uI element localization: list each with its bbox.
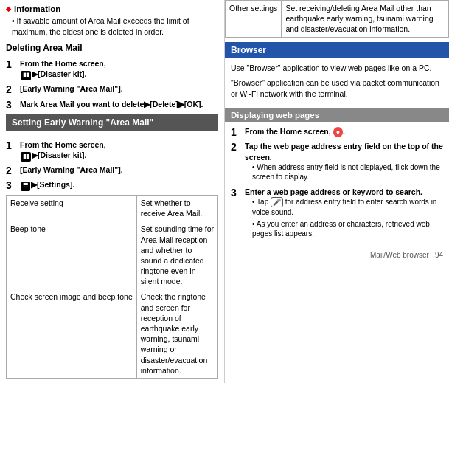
other-table-desc: Set receiving/deleting Area Mail other t… (282, 1, 449, 38)
browser-intro-1: Use "Browser" application to view web pa… (231, 63, 443, 74)
deleting-step-1: 1 From the Home screen, ▮▮▶[Disaster kit… (6, 58, 218, 80)
deleting-step-3: 3 Mark Area Mail you want to delete▶[Del… (6, 99, 218, 111)
table-cell-desc: Check the ringtone and screen for recept… (136, 289, 217, 378)
mic-icon: 🎤 (271, 197, 283, 207)
browser-heading: Browser (225, 42, 449, 58)
footer-label: Mail/Web browser (370, 251, 429, 259)
table-row: Other settingsSet receiving/deleting Are… (226, 1, 449, 38)
right-column: Other settingsSet receiving/deleting Are… (225, 0, 449, 383)
deleting-heading: Deleting Area Mail (6, 43, 218, 55)
diamond-icon: ◆ (6, 5, 11, 13)
page-footer: Mail/Web browser 94 (225, 248, 449, 262)
displaying-steps: 1 From the Home screen, ●. 2 Tap the web… (231, 126, 443, 241)
setting-steps: 1 From the Home screen, ▮▮▶[Disaster kit… (6, 139, 218, 193)
menu-icon: ☰ (21, 182, 30, 191)
display-step-3: 3 Enter a web page address or keyword to… (231, 187, 443, 241)
table-cell-desc: Set sounding time for Area Mail receptio… (136, 221, 217, 289)
other-table-label: Other settings (226, 1, 282, 38)
information-label: Information (14, 4, 60, 13)
home-icon-2: ▮▮ (21, 152, 31, 162)
table-cell-label: Check screen image and beep tone (7, 289, 137, 378)
deleting-step-2: 2 [Early Warning "Area Mail"]. (6, 83, 218, 96)
home-icon: ▮▮ (21, 71, 31, 80)
display-step-3-bullet-2: • As you enter an address or characters,… (245, 219, 443, 239)
setting-heading: Setting Early Warning "Area Mail" (6, 114, 218, 131)
footer-page: 94 (435, 251, 443, 259)
settings-table: Receive settingSet whether to receive Ar… (6, 195, 218, 379)
table-cell-desc: Set whether to receive Area Mail. (136, 196, 217, 221)
display-step-3-bullet-1: • Tap 🎤 for address entry field to enter… (245, 197, 443, 218)
other-settings-table: Other settingsSet receiving/deleting Are… (225, 0, 449, 38)
left-column: ◆ Information • If savable amount of Are… (0, 0, 225, 383)
table-cell-label: Beep tone (7, 221, 137, 289)
setting-step-2: 2 [Early Warning "Area Mail"]. (6, 165, 218, 177)
display-step-2-bullet: • When address entry field is not displa… (245, 162, 443, 182)
displaying-heading: Displaying web pages (225, 108, 449, 122)
deleting-steps: 1 From the Home screen, ▮▮▶[Disaster kit… (6, 58, 218, 111)
setting-step-3: 3 ☰▶[Settings]. (6, 179, 218, 192)
table-row: Check screen image and beep toneCheck th… (7, 289, 218, 378)
information-bullet: • If savable amount of Area Mail exceeds… (6, 15, 218, 37)
setting-step-1: 1 From the Home screen, ▮▮▶[Disaster kit… (6, 139, 218, 162)
table-row: Receive settingSet whether to receive Ar… (7, 196, 218, 221)
display-section: 1 From the Home screen, ●. 2 Tap the web… (225, 126, 449, 248)
globe-icon: ● (333, 127, 343, 137)
display-step-1: 1 From the Home screen, ●. (231, 126, 443, 139)
table-cell-label: Receive setting (7, 196, 137, 221)
display-step-2: 2 Tap the web page address entry field o… (231, 141, 443, 183)
information-title: ◆ Information (6, 4, 218, 13)
browser-intro-2: "Browser" application can be used via pa… (231, 77, 443, 99)
table-row: Beep toneSet sounding time for Area Mail… (7, 221, 218, 289)
information-section: ◆ Information • If savable amount of Are… (6, 4, 218, 37)
browser-section: Use "Browser" application to view web pa… (225, 58, 449, 108)
